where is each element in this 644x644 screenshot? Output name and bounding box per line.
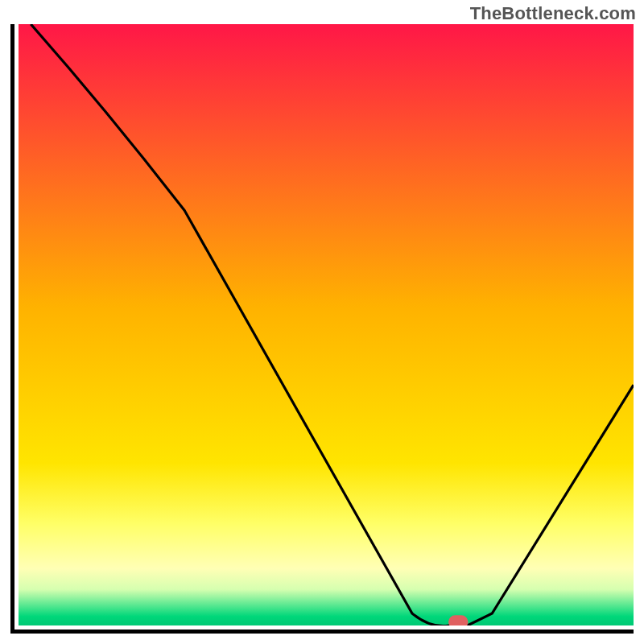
plot-frame [10, 24, 634, 634]
plot-area [19, 24, 634, 625]
watermark-text: TheBottleneck.com [470, 3, 636, 24]
chart-container: TheBottleneck.com [0, 0, 644, 644]
plot-svg [19, 24, 634, 625]
optimal-marker [448, 615, 468, 625]
